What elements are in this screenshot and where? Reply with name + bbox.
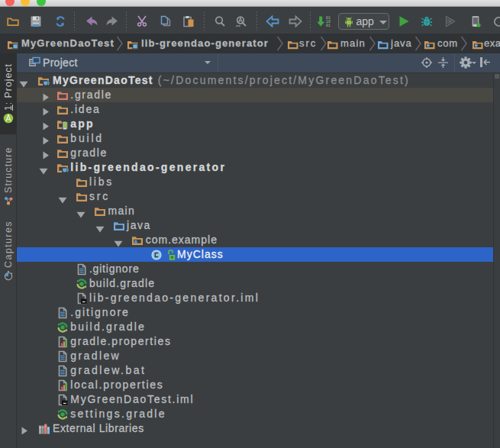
svg-text:01: 01 xyxy=(326,24,331,27)
